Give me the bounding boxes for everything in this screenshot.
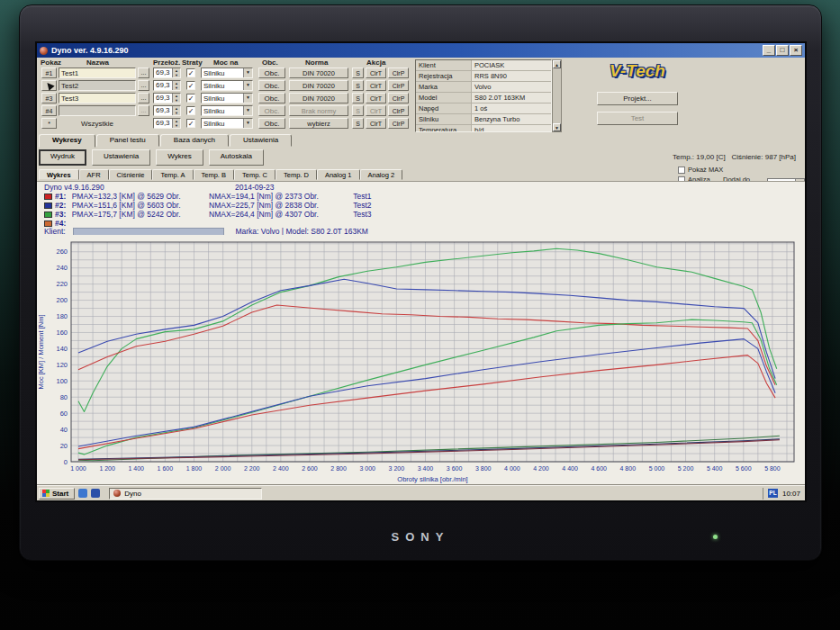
test-row-button-2-active[interactable] [41, 80, 57, 91]
straty-checkbox-2[interactable]: ✓ [186, 81, 195, 90]
close-button[interactable]: × [790, 45, 802, 56]
clrt-button-2[interactable]: ClrT [366, 80, 386, 91]
browse-button-2[interactable]: ... [138, 80, 149, 91]
clrt-button-1[interactable]: ClrT [366, 68, 386, 78]
test-name-input-1[interactable]: Test1 [59, 68, 136, 78]
start-button[interactable]: Start [39, 488, 75, 500]
subtab-temp-d[interactable]: Temp. D [275, 169, 317, 180]
s-button-3[interactable]: S [352, 93, 364, 104]
minimize-button[interactable]: _ [763, 45, 775, 56]
straty-checkbox-3[interactable]: ✓ [186, 94, 195, 103]
test-button[interactable]: Test [597, 112, 678, 125]
clrp-button-2[interactable]: ClrP [388, 80, 409, 91]
ratio-spinner-4[interactable]: 69,3▲▼ [153, 105, 181, 116]
quicklaunch-icon-2[interactable] [91, 489, 100, 498]
s-button-5[interactable]: S [352, 118, 364, 129]
clrp-button-4[interactable]: ClrP [388, 105, 409, 116]
straty-checkbox-4[interactable]: ✓ [186, 106, 195, 115]
nmax-test2: NMAX=225,7 [Nm] @ 2838 Obr. [209, 201, 351, 210]
clrp-button-3[interactable]: ClrP [388, 93, 409, 104]
subtab-afr[interactable]: AFR [79, 169, 109, 180]
ratio-spinner-5[interactable]: 69,3▲▼ [153, 118, 181, 129]
title-bar[interactable]: Dyno ver. 4.9.16.290 _ □ × [37, 43, 805, 58]
scroll-up-icon[interactable]: ▲ [553, 60, 561, 68]
obc-button-5[interactable]: Obc. [258, 118, 285, 129]
straty-checkbox-1[interactable]: ✓ [186, 68, 195, 77]
client-value[interactable]: Volvo [472, 82, 551, 92]
browse-button-4[interactable]: ... [138, 105, 149, 116]
clrt-button-3[interactable]: ClrT [366, 93, 386, 104]
subtab-temp-a[interactable]: Temp. A [152, 169, 193, 180]
norma-button-5[interactable]: wybierz [289, 118, 348, 129]
client-value[interactable]: Benzyna Turbo [472, 114, 551, 124]
tab-baza-danych[interactable]: Baza danych [160, 134, 229, 147]
wydruk-button[interactable]: Wydruk [39, 149, 86, 166]
client-value[interactable]: S80 2.0T 163KM [472, 93, 551, 103]
client-value[interactable]: 1 oś [472, 104, 551, 113]
client-value[interactable]: POCIASK [472, 60, 551, 70]
norma-button-4[interactable]: Brak normy [289, 105, 348, 116]
s-button-1[interactable]: S [352, 68, 364, 78]
clrt-button-5[interactable]: ClrT [366, 118, 386, 129]
ratio-spinner-2[interactable]: 69,3▲▼ [153, 80, 181, 91]
test-name-input-4[interactable] [59, 105, 136, 116]
moc-na-dropdown-1[interactable]: Silniku▼ [201, 68, 253, 78]
wykres-button[interactable]: Wykres [156, 149, 203, 166]
subtab-temp-c[interactable]: Temp. C [234, 169, 275, 180]
ratio-spinner-1[interactable]: 69,3▲▼ [153, 68, 181, 78]
browse-button-3[interactable]: ... [138, 93, 149, 104]
subtab-analog-2[interactable]: Analog 2 [360, 169, 403, 180]
norma-button-2[interactable]: DIN 70020 [289, 80, 348, 91]
tab-wykresy[interactable]: Wykresy [39, 134, 95, 148]
svg-text:3 000: 3 000 [359, 465, 375, 472]
straty-checkbox-5[interactable]: ✓ [186, 119, 195, 128]
obc-button-1[interactable]: Obc. [258, 68, 285, 78]
maximize-button[interactable]: □ [776, 45, 789, 56]
clrp-button-5[interactable]: ClrP [388, 118, 409, 129]
client-label: Marka [416, 82, 472, 92]
browse-button-1[interactable]: ... [138, 68, 149, 78]
obc-button-3[interactable]: Obc. [258, 93, 285, 104]
scroll-down-icon[interactable]: ▼ [553, 123, 561, 131]
norma-button-3[interactable]: DIN 70020 [289, 93, 348, 104]
clock[interactable]: 10:07 [782, 490, 800, 498]
client-value[interactable]: b/d [472, 125, 551, 132]
client-value[interactable]: RRS 8N90 [472, 71, 551, 81]
test-row-button-4[interactable]: #4 [41, 105, 57, 116]
norma-button-1[interactable]: DIN 70020 [289, 68, 348, 78]
monitor: Dyno ver. 4.9.16.290 _ □ × Pokaz Nazwa P… [19, 4, 822, 561]
test-name-input-3[interactable]: Test3 [59, 93, 136, 104]
pokaz-max-checkbox[interactable] [678, 166, 685, 174]
projekt-button[interactable]: Projekt... [597, 92, 678, 105]
s-button-2[interactable]: S [352, 80, 364, 91]
language-indicator[interactable]: PL [768, 489, 778, 498]
chart-svg[interactable]: 0204060801001201401601802002202402601 00… [37, 235, 805, 485]
autoskala-button[interactable]: Autoskala [209, 149, 264, 166]
moc-na-dropdown-4[interactable]: Silniku▼ [201, 105, 253, 116]
subtab-wykres[interactable]: Wykres [39, 169, 79, 180]
test-name-input-2[interactable]: Test2 [59, 80, 136, 91]
test-row-button-all[interactable]: * [41, 118, 57, 129]
test-row-button-1[interactable]: #1 [41, 68, 57, 78]
subtab-cisnienie[interactable]: Ciśnienie [109, 169, 153, 180]
s-button-4[interactable]: S [352, 105, 364, 116]
moc-na-dropdown-3[interactable]: Silniku▼ [201, 93, 253, 104]
moc-na-dropdown-2[interactable]: Silniku▼ [201, 80, 253, 91]
moc-na-dropdown-5[interactable]: Silniku▼ [201, 118, 253, 129]
test-row-button-3[interactable]: #3 [41, 93, 57, 104]
dyno-chart[interactable]: 0204060801001201401601802002202402601 00… [37, 235, 805, 485]
subtab-temp-b[interactable]: Temp. B [194, 169, 235, 180]
client-label: Model [416, 93, 472, 103]
subtab-analog-1[interactable]: Analog 1 [317, 169, 360, 180]
tab-ustawienia[interactable]: Ustawienia [230, 134, 292, 147]
taskbar-item-dyno[interactable]: Dyno [109, 488, 262, 500]
clrp-button-1[interactable]: ClrP [388, 68, 409, 78]
obc-button-2[interactable]: Obc. [258, 80, 285, 91]
client-scrollbar[interactable]: ▲ ▼ [552, 59, 562, 132]
tab-panel-testu[interactable]: Panel testu [96, 134, 159, 147]
obc-button-4[interactable]: Obc. [258, 105, 285, 116]
quicklaunch-icon-1[interactable] [78, 489, 87, 498]
ratio-spinner-3[interactable]: 69,3▲▼ [153, 93, 181, 104]
clrt-button-4[interactable]: ClrT [366, 105, 386, 116]
ustawienia-button[interactable]: Ustawienia [92, 149, 150, 166]
